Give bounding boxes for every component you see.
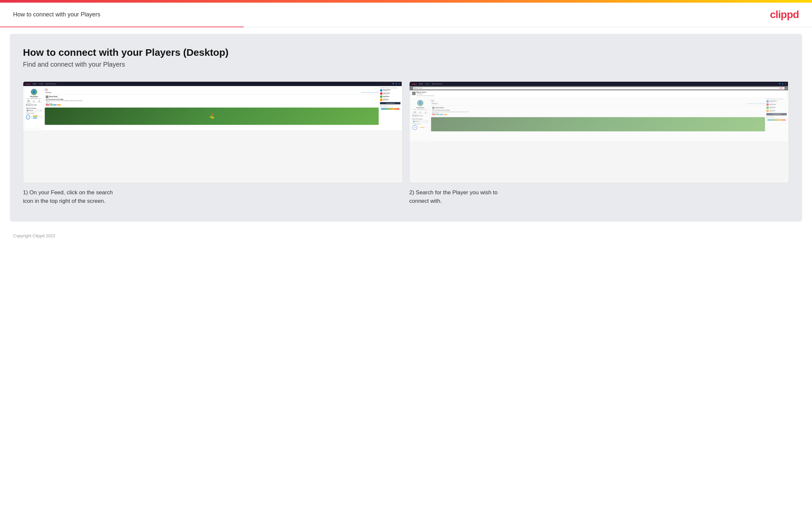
app-bar	[33, 117, 41, 118]
quality-bars: OTT 79 APP 70	[31, 115, 42, 119]
following-row: Following ▾ Control who can see your act…	[45, 92, 379, 93]
active-inf-4b: Eli Vincent Activities: 1	[770, 110, 775, 112]
tag-ott: OTT	[46, 104, 49, 106]
heatmap-neg-2: -5	[766, 120, 767, 121]
caption-2: 2) Search for the Player you wish toconn…	[409, 188, 789, 205]
activity-avatar	[46, 95, 49, 98]
search-icon-2[interactable]: 🔍	[779, 83, 780, 85]
search-input-value: Marcus Turner	[414, 88, 779, 89]
screenshot-2: clippd Home Teams My Performance 🔍 👤 ⚙	[409, 81, 789, 183]
stat-activities: 129 Activities	[27, 100, 30, 103]
activity-date-2: Yesterday - The Grove	[435, 108, 445, 109]
active-info-3: Hiral Pujara Activities: 3	[383, 95, 390, 97]
most-active-title-2: Most Active Players - Last 30 days	[766, 98, 787, 99]
arg-label: ARG	[31, 118, 33, 119]
activity-person-info-2: Richard Butler Yesterday - The Grove	[435, 107, 445, 109]
app-value: 70	[41, 117, 42, 118]
heatmap-sub-1: Player Quality - 20 Round Trend	[380, 107, 400, 108]
result-avatar	[412, 92, 416, 95]
result-location: Cypress Point Club, United Kingdom	[417, 95, 434, 96]
arg-bar	[33, 118, 41, 119]
active-info-2: Piers Parnell Activities: 4	[383, 92, 390, 94]
mini-profile-panel: Blair McHarg Golf Coach Mill Ride Golf C…	[25, 87, 44, 129]
screenshot-col-1: clippd Home Teams My Performance 🔍 👤 ⚙	[23, 81, 403, 205]
close-search-icon[interactable]: ✕	[785, 87, 787, 90]
active-info-4: Eli Vincent Activities: 1	[383, 99, 389, 101]
active-avatar-2	[380, 92, 383, 95]
mini-app-1: clippd Home Teams My Performance 🔍 👤 ⚙	[23, 82, 402, 130]
stat-activities-2: 129 Activities	[413, 111, 417, 114]
active-player-4b: Eli Vincent Activities: 1	[766, 110, 787, 112]
search-input-box[interactable]: Marcus Turner CLEAR	[413, 87, 785, 89]
active-av-1b	[766, 100, 769, 103]
clear-btn[interactable]: CLEAR	[779, 88, 783, 89]
control-link[interactable]: Control who can see your activity and da…	[361, 92, 379, 93]
footer: Copyright Clippd 2022	[0, 228, 812, 244]
active-player-3b: Hiral Pujara Activities: 3	[766, 106, 787, 109]
tag-app: APP	[50, 104, 53, 106]
activity-desc: Walking the course with my coach to buil…	[46, 100, 378, 101]
profile-stats: 129 Activities 3 Followers 4 Following	[26, 100, 42, 103]
feed-label-2: Feed	[431, 99, 434, 102]
mini-center-feed: Feed Following ▾ Control who can see you…	[45, 87, 379, 129]
tag-ott-2: OTT	[432, 114, 435, 115]
ott-bar-2	[420, 127, 426, 128]
activity-title-2: Pre Tournament Course Walk	[432, 110, 764, 111]
heatmap-sub-2: Player Quality - 20 Round Trend	[766, 118, 787, 119]
golf-image-2	[431, 117, 765, 131]
app-bar-row: APP 70	[31, 117, 42, 118]
dropdown-avatar	[27, 110, 29, 111]
active-player-3: Hiral Pujara Activities: 3	[380, 95, 400, 98]
screenshots-row: clippd Home Teams My Performance 🔍 👤 ⚙	[23, 81, 789, 205]
mini-feed-1: Blair McHarg Golf Coach Mill Ride Golf C…	[23, 86, 402, 130]
mini-nav-home: Home	[33, 83, 37, 85]
active-av-2b	[766, 103, 769, 106]
user-icon: 👤	[395, 83, 397, 85]
dropdown-arrow: ▼	[40, 110, 41, 111]
activity-card-2: Richard Butler Yesterday - The Grove Pre…	[431, 105, 765, 116]
heatmap-bar	[381, 108, 399, 110]
quality-bars-2: OTT 79	[418, 127, 428, 128]
ott-bar-row-2: OTT 79	[418, 127, 428, 128]
player-dropdown[interactable]: Eli Vincent ▼	[26, 109, 42, 112]
active-avatar-3	[380, 95, 383, 98]
screenshot-col-2: clippd Home Teams My Performance 🔍 👤 ⚙	[409, 81, 789, 205]
player-dropdown-2[interactable]: Eli Vincent ▼	[412, 120, 428, 123]
mini-right-panel-2: Most Active Players - Last 30 days Richa…	[766, 98, 787, 140]
active-player-1: Richard Butler Activities: 7	[380, 89, 400, 92]
player-performance-label-2: Player Performance	[412, 119, 428, 120]
following-btn-2[interactable]: Following ▾	[431, 103, 438, 105]
ott-val-2: 79	[427, 127, 428, 128]
active-av-4b	[766, 110, 769, 112]
duration-label: Duration	[46, 102, 378, 103]
profile-stats-2: 129 Activities 3 Followers 4 Following	[412, 111, 428, 114]
quality-ring: 84	[26, 115, 30, 120]
stat-following: 4 Following	[37, 100, 41, 103]
team-dashboard-btn-1[interactable]: Team Dashboard	[380, 102, 400, 104]
ott-label: OTT	[31, 115, 33, 116]
mini-nav-1: clippd Home Teams My Performance 🔍 👤 ⚙	[23, 82, 402, 86]
mini-logo-2: clippd	[412, 83, 417, 85]
control-link-2[interactable]: Control who can see your activity and da…	[748, 103, 765, 104]
following-btn[interactable]: Following ▾	[45, 92, 52, 93]
dropdown-text: Eli Vincent	[29, 110, 33, 111]
mini-nav-teams-2: Teams	[425, 83, 430, 85]
ott-bar-row: OTT 79	[31, 115, 42, 116]
mini-app-2: clippd Home Teams My Performance 🔍 👤 ⚙	[410, 82, 788, 141]
activity-tags: OTT APP ARG PUTT	[46, 104, 378, 106]
search-icon[interactable]: 🔍	[392, 83, 394, 85]
tag-putt: PUTT	[57, 104, 60, 106]
mini-nav-home-2: Home	[419, 83, 423, 85]
page-title: How to connect with your Players	[13, 11, 100, 18]
tags-2: OTT APP ARG PUTT	[432, 114, 764, 115]
search-bar-row: 🔍 Marcus Turner CLEAR ✕	[410, 86, 788, 90]
stat-followers: 3 Followers	[32, 100, 36, 103]
activity-desc-2: Walking the course with my coach to buil…	[432, 111, 764, 112]
header-divider	[0, 27, 812, 27]
profile-club: Mill Ride Golf Club, United Kingdom	[26, 98, 42, 99]
team-dashboard-btn-2[interactable]: Team Dashboard	[766, 113, 787, 116]
activity-header: Richard Butler Yesterday - The Grove	[46, 95, 378, 98]
header: How to connect with your Players clippd	[0, 3, 812, 27]
quality-ring-2: 84	[412, 125, 417, 130]
profile-avatar	[31, 89, 37, 95]
